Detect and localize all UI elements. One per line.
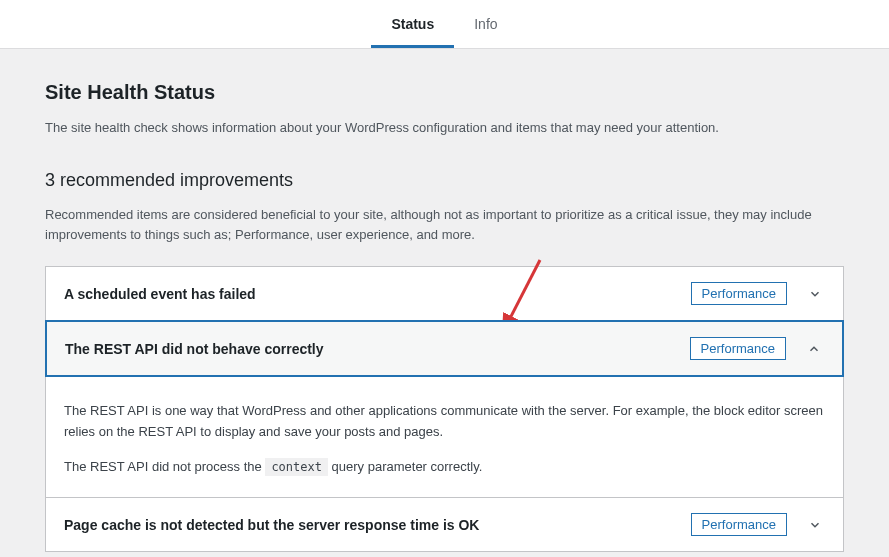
section-description: Recommended items are considered benefic…	[45, 205, 844, 247]
accordion: A scheduled event has failed Performance…	[45, 266, 844, 552]
accordion-body: The REST API is one way that WordPress a…	[46, 376, 843, 497]
accordion-item-page-cache: Page cache is not detected but the serve…	[46, 498, 843, 551]
accordion-title: A scheduled event has failed	[64, 286, 691, 302]
tab-info[interactable]: Info	[454, 0, 517, 48]
accordion-right: Performance	[691, 513, 825, 536]
accordion-item-rest-api: The REST API did not behave correctly Pe…	[46, 320, 843, 498]
accordion-header[interactable]: A scheduled event has failed Performance	[46, 267, 843, 320]
badge-performance: Performance	[691, 282, 787, 305]
page-title: Site Health Status	[45, 81, 844, 104]
accordion-header[interactable]: Page cache is not detected but the serve…	[46, 498, 843, 551]
badge-performance: Performance	[690, 337, 786, 360]
body-text: The REST API did not process the	[64, 459, 265, 474]
tab-status[interactable]: Status	[371, 0, 454, 48]
chevron-down-icon	[805, 284, 825, 304]
accordion-title: The REST API did not behave correctly	[65, 341, 690, 357]
accordion-right: Performance	[691, 282, 825, 305]
body-text: query parameter correctly.	[328, 459, 482, 474]
chevron-up-icon	[804, 339, 824, 359]
body-paragraph: The REST API is one way that WordPress a…	[64, 401, 825, 443]
accordion-header[interactable]: The REST API did not behave correctly Pe…	[45, 320, 844, 377]
main-content: Site Health Status The site health check…	[0, 81, 889, 552]
accordion-title: Page cache is not detected but the serve…	[64, 517, 691, 533]
chevron-down-icon	[805, 515, 825, 535]
section-title: 3 recommended improvements	[45, 170, 844, 191]
page-description: The site health check shows information …	[45, 118, 844, 138]
body-paragraph: The REST API did not process the context…	[64, 457, 825, 478]
tabs-bar: Status Info	[0, 0, 889, 49]
code-context: context	[265, 458, 328, 476]
accordion-item-scheduled-event: A scheduled event has failed Performance	[46, 267, 843, 321]
badge-performance: Performance	[691, 513, 787, 536]
accordion-right: Performance	[690, 337, 824, 360]
